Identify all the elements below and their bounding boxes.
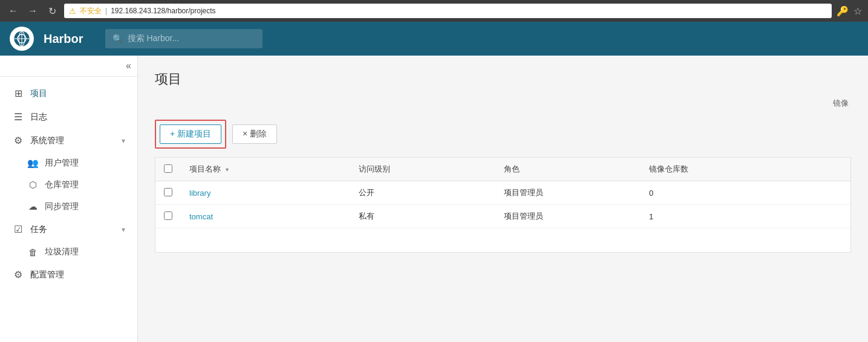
sidebar-item-system-admin-label: 系统管理 bbox=[30, 135, 116, 146]
sidebar-item-trash-mgmt[interactable]: 🗑 垃圾清理 bbox=[0, 241, 137, 263]
sidebar-item-config-mgmt[interactable]: ⚙ 配置管理 bbox=[0, 263, 137, 286]
row-access-2: 私有 bbox=[350, 205, 495, 228]
select-all-checkbox[interactable] bbox=[164, 164, 172, 173]
header-access: 访问级别 bbox=[350, 158, 495, 181]
sidebar-nav: ⊞ 项目 ☰ 日志 ⚙ 系统管理 ▾ 👥 用户管理 ⬡ 仓库管理 ☁ bbox=[0, 77, 137, 342]
url-display: 192.168.243.128/harbor/projects bbox=[111, 7, 215, 15]
header-role: 角色 bbox=[495, 158, 641, 181]
table-row: tomcat 私有 项目管理员 1 bbox=[155, 205, 851, 228]
header-image-count: 镜像仓库数 bbox=[641, 158, 851, 181]
table-row: library 公开 项目管理员 0 bbox=[155, 181, 851, 205]
address-bar[interactable]: ⚠ 不安全 | 192.168.243.128/harbor/projects bbox=[64, 4, 832, 18]
row-access-1: 公开 bbox=[350, 181, 495, 205]
system-admin-expand-icon: ▾ bbox=[122, 137, 125, 145]
sidebar-item-sync-mgmt-label: 同步管理 bbox=[45, 201, 79, 212]
projects-icon: ⊞ bbox=[12, 88, 24, 99]
row-name-1: library bbox=[181, 181, 350, 205]
user-mgmt-icon: 👥 bbox=[27, 158, 39, 169]
table-body: library 公开 项目管理员 0 tomcat 私有 项目管理员 1 bbox=[155, 181, 851, 253]
sidebar-item-logs-label: 日志 bbox=[30, 112, 125, 123]
refresh-button[interactable]: ↻ bbox=[45, 4, 59, 18]
config-icon: ⚙ bbox=[12, 269, 24, 280]
sidebar-item-logs[interactable]: ☰ 日志 bbox=[0, 105, 137, 129]
sidebar-item-tasks-label: 任务 bbox=[30, 224, 116, 235]
table-header: 项目名称 ▾ 访问级别 角色 镜像仓库数 bbox=[155, 158, 851, 181]
sidebar-item-user-mgmt[interactable]: 👥 用户管理 bbox=[0, 152, 137, 174]
new-project-button[interactable]: + 新建项目 bbox=[160, 124, 221, 144]
sidebar-item-config-mgmt-label: 配置管理 bbox=[30, 269, 125, 280]
row-count-2: 1 bbox=[641, 205, 851, 228]
header-checkbox-cell bbox=[155, 158, 181, 181]
delete-button[interactable]: × 删除 bbox=[232, 124, 277, 144]
key-icon: 🔑 bbox=[837, 5, 849, 17]
mirror-label-row: 镜像 bbox=[155, 98, 851, 109]
empty-row bbox=[155, 228, 851, 253]
sidebar-item-warehouse-mgmt[interactable]: ⬡ 仓库管理 bbox=[0, 174, 137, 196]
header-name: 项目名称 ▾ bbox=[181, 158, 350, 181]
search-icon: 🔍 bbox=[113, 34, 123, 44]
sidebar-collapse-button[interactable]: « bbox=[126, 60, 131, 71]
tasks-icon: ☑ bbox=[12, 224, 24, 235]
system-admin-icon: ⚙ bbox=[12, 135, 24, 146]
browser-right-icons: 🔑 ☆ bbox=[837, 5, 862, 17]
page-title: 项目 bbox=[155, 70, 851, 88]
sidebar-item-tasks[interactable]: ☑ 任务 ▾ bbox=[0, 218, 137, 241]
sidebar-item-sync-mgmt[interactable]: ☁ 同步管理 bbox=[0, 196, 137, 218]
sidebar-item-trash-mgmt-label: 垃圾清理 bbox=[45, 247, 79, 257]
insecure-label: 不安全 bbox=[80, 6, 102, 16]
sidebar-item-user-mgmt-label: 用户管理 bbox=[45, 158, 79, 169]
project-link-library[interactable]: library bbox=[189, 189, 210, 198]
toolbar: + 新建项目 × 删除 bbox=[155, 111, 851, 157]
sort-icon-name[interactable]: ▾ bbox=[226, 166, 229, 173]
row-role-1: 项目管理员 bbox=[495, 181, 641, 205]
projects-table: 项目名称 ▾ 访问级别 角色 镜像仓库数 library 公开 bbox=[155, 157, 851, 253]
search-bar[interactable]: 🔍 搜索 Harbor... bbox=[105, 29, 263, 48]
row-checkbox-2[interactable] bbox=[164, 211, 172, 220]
sidebar-item-projects[interactable]: ⊞ 项目 bbox=[0, 82, 137, 105]
row-count-1: 0 bbox=[641, 181, 851, 205]
warehouse-icon: ⬡ bbox=[27, 179, 39, 190]
sidebar-item-system-admin[interactable]: ⚙ 系统管理 ▾ bbox=[0, 129, 137, 152]
sidebar-item-warehouse-mgmt-label: 仓库管理 bbox=[45, 179, 79, 190]
logs-icon: ☰ bbox=[12, 111, 24, 123]
sidebar-item-projects-label: 项目 bbox=[30, 88, 125, 99]
app-logo bbox=[10, 27, 34, 51]
toolbar-highlight-border: + 新建项目 bbox=[155, 120, 226, 149]
app-header: Harbor 🔍 搜索 Harbor... bbox=[0, 22, 868, 56]
project-link-tomcat[interactable]: tomcat bbox=[189, 212, 213, 221]
app-title: Harbor bbox=[44, 32, 83, 46]
tasks-expand-icon: ▾ bbox=[122, 225, 125, 234]
security-warning-icon: ⚠ bbox=[69, 7, 76, 16]
sidebar: « ⊞ 项目 ☰ 日志 ⚙ 系统管理 ▾ 👥 用户管理 ⬡ 仓库管理 bbox=[0, 56, 138, 342]
row-checkbox-cell-2 bbox=[155, 205, 181, 228]
sync-icon: ☁ bbox=[27, 201, 39, 212]
app-body: « ⊞ 项目 ☰ 日志 ⚙ 系统管理 ▾ 👥 用户管理 ⬡ 仓库管理 bbox=[0, 56, 868, 342]
row-role-2: 项目管理员 bbox=[495, 205, 641, 228]
back-button[interactable]: ← bbox=[6, 4, 21, 18]
main-content: 项目 镜像 + 新建项目 × 删除 项目名称 ▾ 访问级别 bbox=[138, 56, 868, 342]
search-placeholder: 搜索 Harbor... bbox=[128, 33, 180, 44]
forward-button[interactable]: → bbox=[25, 4, 40, 18]
browser-bar: ← → ↻ ⚠ 不安全 | 192.168.243.128/harbor/pro… bbox=[0, 0, 868, 22]
trash-icon: 🗑 bbox=[27, 247, 39, 257]
mirror-label: 镜像 bbox=[833, 98, 849, 109]
star-icon: ☆ bbox=[853, 5, 862, 17]
sidebar-collapse-area: « bbox=[0, 56, 137, 77]
row-name-2: tomcat bbox=[181, 205, 350, 228]
row-checkbox-1[interactable] bbox=[164, 188, 172, 196]
row-checkbox-cell-1 bbox=[155, 181, 181, 205]
